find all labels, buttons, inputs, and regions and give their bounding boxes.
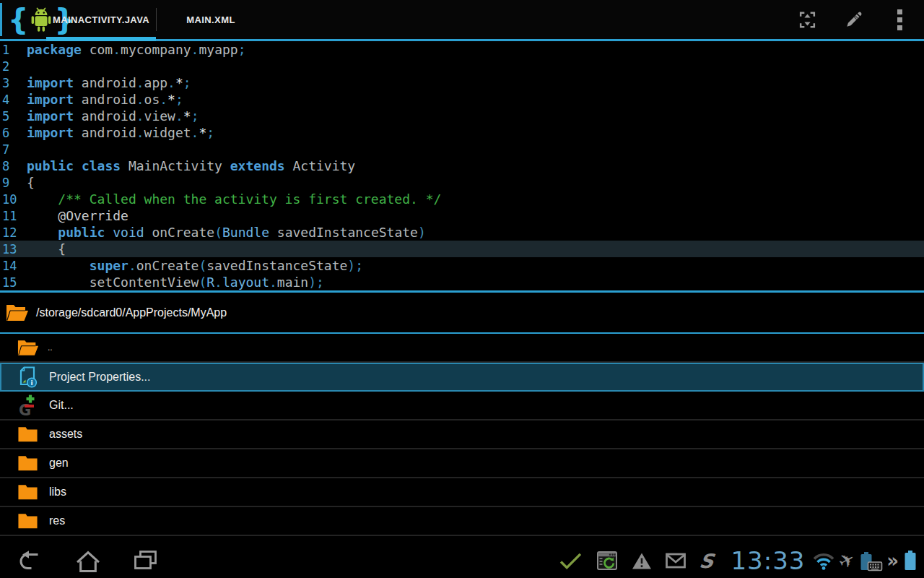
line-number: 6 [0,126,27,140]
code-line-2[interactable]: 2 [0,58,924,74]
action-bar-actions [784,0,923,39]
file-row-git[interactable]: G Git... [0,392,924,420]
clock: 13:33 [731,546,805,575]
code-text: import android.view.*; [27,108,199,124]
file-row-libs[interactable]: libs [0,478,924,507]
file-list: .. i Project Properties... G [0,334,924,536]
file-row-label: assets [49,428,82,441]
edit-button[interactable] [830,0,876,39]
expand-chevrons-icon[interactable]: » [886,551,899,570]
code-text: import android.app.*; [27,75,191,90]
file-row-label: Project Properties... [49,371,151,384]
line-number: 12 [0,225,27,240]
code-line-9[interactable]: 9{ [0,174,924,191]
recents-icon [132,550,159,571]
code-line-3[interactable]: 3import android.app.*; [0,74,924,91]
folder-icon [17,426,42,443]
file-row-res[interactable]: res [0,507,924,536]
preview-layout-icon [798,10,817,30]
code-text: @Override [27,208,128,223]
recents-button[interactable] [125,543,165,578]
home-button[interactable] [68,543,108,578]
code-line-10[interactable]: 10 /** Called when the activity is first… [0,191,924,207]
system-tray-icons: ✈ » [812,550,918,571]
file-row-label: .. [48,342,53,353]
line-number: 11 [0,209,27,223]
code-text: /** Called when the activity is first cr… [27,191,441,207]
overflow-menu-icon [897,9,902,30]
preview-layout-button[interactable] [784,0,830,39]
code-line-13[interactable]: 13 { [0,241,924,257]
back-icon [17,550,44,571]
file-row-label: gen [49,457,69,470]
overflow-menu-button[interactable] [876,0,923,39]
brace-left-icon: { [8,5,28,34]
svg-text:G: G [19,402,31,416]
code-editor[interactable]: 1package com.mycompany.myapp;23import an… [0,41,924,290]
code-line-12[interactable]: 12 public void onCreate(Bundle savedInst… [0,224,924,241]
svg-text:i: i [30,379,32,387]
line-number: 8 [0,159,27,173]
code-line-5[interactable]: 5import android.view.*; [0,108,924,124]
code-line-14[interactable]: 14 super.onCreate(savedInstanceState); [0,257,924,274]
code-line-6[interactable]: 6import android.widget.*; [0,124,924,141]
tab-bar: MAINACTIVITY.JAVA MAIN.XML [46,0,266,39]
tab-main-xml[interactable]: MAIN.XML [156,0,266,39]
code-text: super.onCreate(savedInstanceState); [27,258,363,273]
s-app-icon: S [698,550,715,572]
code-line-7[interactable]: 7 [0,141,924,158]
file-row-assets[interactable]: assets [0,420,924,449]
line-number: 2 [0,59,27,74]
screen: { } MAINACTIVITY.JAVA MAIN.XML [0,0,924,578]
folder-open-icon [6,303,29,322]
system-bar: S 13:33 ✈ [0,543,924,578]
line-number: 3 [0,76,27,90]
current-path: /storage/sdcard0/AppProjects/MyApp [36,306,227,319]
code-text: import android.widget.*; [27,125,214,140]
gmail-icon [666,553,686,569]
file-row-gen[interactable]: gen [0,449,924,478]
code-line-11[interactable]: 11 @Override [0,207,924,224]
line-number: 10 [0,192,27,207]
tab-label: MAINACTIVITY.JAVA [53,14,149,25]
project-properties-icon: i [17,366,42,389]
line-number: 1 [0,43,27,57]
line-number: 5 [0,109,27,124]
file-row-label: res [49,514,65,527]
current-path-bar: /storage/sdcard0/AppProjects/MyApp [0,290,924,334]
check-icon [559,552,583,570]
folder-open-icon [17,339,42,357]
git-icon: G [17,394,42,416]
status-tray[interactable]: S 13:33 ✈ [559,543,918,578]
code-text: package com.mycompany.myapp; [27,42,245,57]
file-row-project-properties[interactable]: i Project Properties... [0,363,924,392]
airplane-mode-icon: ✈ [835,548,859,574]
line-number: 13 [0,242,27,256]
code-text: { [27,175,35,190]
edit-pencil-icon [844,10,863,30]
line-number: 15 [0,275,27,290]
file-row-parent[interactable]: .. [0,334,924,363]
back-button[interactable] [10,543,51,578]
edge-accent [0,3,2,36]
folder-icon [17,512,42,530]
code-text: public void onCreate(Bundle savedInstanc… [27,225,426,240]
action-bar: { } MAINACTIVITY.JAVA MAIN.XML [0,0,924,41]
tab-label: MAIN.XML [186,14,235,25]
file-row-label: Git... [49,399,74,412]
home-icon [74,549,102,573]
code-line-8[interactable]: 8public class MainActivity extends Activ… [0,158,924,174]
code-line-1[interactable]: 1package com.mycompany.myapp; [0,41,924,58]
folder-icon [17,483,42,501]
code-text: import android.os.*; [27,92,183,107]
file-row-label: libs [49,486,66,499]
wifi-icon [812,551,835,571]
tab-mainactivity-java[interactable]: MAINACTIVITY.JAVA [46,0,156,39]
code-text: setContentView(R.layout.main); [27,275,324,290]
code-line-15[interactable]: 15 setContentView(R.layout.main); [0,274,924,290]
code-line-4[interactable]: 4import android.os.*; [0,91,924,108]
folder-icon [17,454,42,472]
line-number: 4 [0,92,27,107]
code-text: public class MainActivity extends Activi… [27,158,355,173]
warning-icon [632,552,652,570]
